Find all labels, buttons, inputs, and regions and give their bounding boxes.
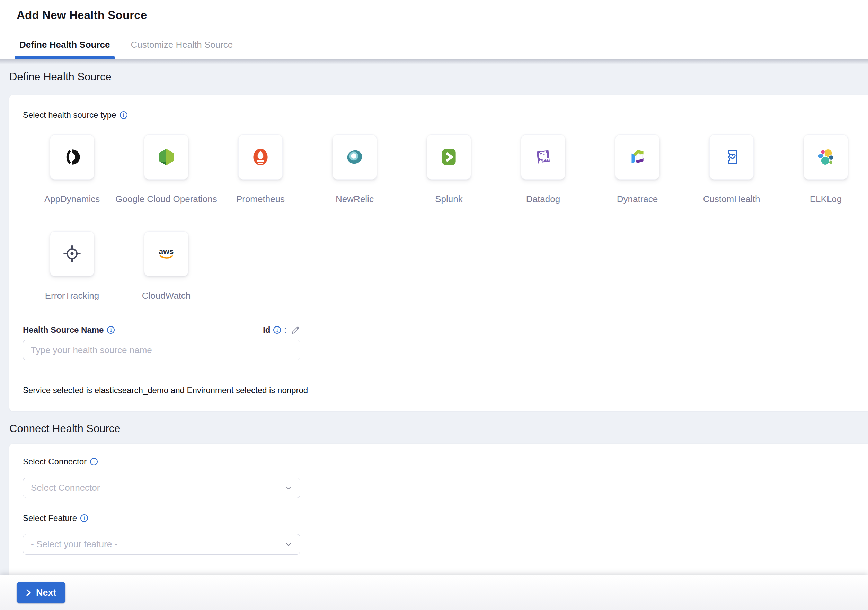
source-label: CustomHealth	[703, 194, 760, 204]
splunk-icon	[438, 146, 460, 168]
source-option-elklog[interactable]: ELKLog	[779, 135, 868, 204]
dynatrace-icon	[626, 146, 648, 168]
next-button[interactable]: Next	[17, 582, 65, 604]
add-health-source-page: Add New Health Source Define Health Sour…	[0, 0, 868, 610]
source-label: Datadog	[526, 194, 560, 204]
source-tile[interactable]	[333, 135, 377, 180]
source-tile[interactable]	[144, 135, 188, 180]
tab-label: Define Health Source	[19, 39, 110, 50]
chevron-down-icon	[285, 484, 292, 492]
tab-label: Customize Health Source	[131, 39, 233, 50]
tab-bar: Define Health Source Customize Health So…	[0, 31, 868, 59]
health-source-name-row: Health Source Name i Id i :	[23, 325, 300, 335]
source-tile[interactable]	[50, 231, 94, 276]
source-option-datadog[interactable]: Datadog	[496, 135, 590, 204]
service-environment-text: Service selected is elasticsearch_demo a…	[23, 385, 854, 395]
source-tile[interactable]	[521, 135, 565, 180]
source-tile[interactable]	[709, 135, 754, 180]
id-label: Id	[263, 325, 270, 335]
customhealth-icon	[721, 146, 742, 168]
info-icon[interactable]: i	[90, 458, 98, 466]
elklog-icon	[815, 146, 837, 168]
health-source-name-input[interactable]	[23, 340, 300, 360]
define-health-source-card: Select health source type i AppDynamics	[9, 95, 868, 411]
datadog-icon	[532, 146, 554, 168]
content-area: Define Health Source Select health sourc…	[0, 59, 868, 610]
info-icon[interactable]: i	[120, 111, 127, 119]
page-title: Add New Health Source	[17, 9, 147, 22]
tab-customize-health-source[interactable]: Customize Health Source	[126, 31, 238, 59]
newrelic-icon	[344, 146, 366, 168]
source-option-errortracking[interactable]: ErrorTracking	[25, 231, 119, 301]
info-icon[interactable]: i	[107, 326, 115, 334]
source-tile[interactable]	[238, 135, 283, 180]
source-tile[interactable]: aws	[144, 231, 188, 276]
id-group: Id i :	[263, 325, 300, 335]
source-label: Prometheus	[236, 194, 285, 204]
errortracking-icon	[61, 243, 83, 264]
feature-select-value: - Select your feature -	[31, 539, 118, 550]
source-label: Dynatrace	[617, 194, 658, 204]
connector-select-value: Select Connector	[31, 483, 100, 493]
source-type-row-1: AppDynamics Google Cloud Operations	[25, 135, 854, 204]
connector-select[interactable]: Select Connector	[23, 478, 300, 498]
info-icon[interactable]: i	[81, 514, 88, 522]
svg-text:aws: aws	[159, 247, 174, 256]
select-connector-label-row: Select Connector i	[23, 457, 854, 467]
source-option-cloudwatch[interactable]: aws CloudWatch	[119, 231, 213, 301]
source-label: Google Cloud Operations	[115, 194, 217, 204]
next-button-label: Next	[36, 587, 56, 598]
select-type-label: Select health source type	[23, 110, 116, 120]
source-label: NewRelic	[336, 194, 374, 204]
source-label: ErrorTracking	[45, 290, 99, 301]
select-feature-label: Select Feature	[23, 513, 77, 523]
source-type-row-2: ErrorTracking aws CloudWatch	[25, 231, 854, 301]
source-option-customhealth[interactable]: CustomHealth	[684, 135, 779, 204]
appdynamics-icon	[61, 146, 83, 168]
select-connector-label: Select Connector	[23, 457, 87, 467]
source-option-dynatrace[interactable]: Dynatrace	[590, 135, 684, 204]
source-label: CloudWatch	[142, 290, 191, 301]
define-section-heading: Define Health Source	[9, 59, 868, 82]
source-label: ELKLog	[810, 194, 842, 204]
source-tile[interactable]	[804, 135, 848, 180]
footer-bar: Next	[0, 575, 868, 610]
feature-select[interactable]: - Select your feature -	[23, 534, 300, 554]
google-cloud-operations-icon	[155, 146, 177, 168]
source-tile[interactable]	[50, 135, 94, 180]
source-tile[interactable]	[615, 135, 659, 180]
source-label: AppDynamics	[44, 194, 100, 204]
info-icon[interactable]: i	[273, 326, 281, 334]
health-source-name-label: Health Source Name	[23, 325, 104, 335]
tab-define-health-source[interactable]: Define Health Source	[14, 31, 115, 59]
source-tile[interactable]	[427, 135, 471, 180]
edit-id-button[interactable]	[291, 326, 300, 335]
connect-section-heading: Connect Health Source	[9, 424, 868, 434]
source-option-appdynamics[interactable]: AppDynamics	[25, 135, 119, 204]
source-option-splunk[interactable]: Splunk	[402, 135, 496, 204]
health-source-name-label-group: Health Source Name i	[23, 325, 115, 335]
source-option-google-cloud-operations[interactable]: Google Cloud Operations	[119, 135, 213, 204]
page-header: Add New Health Source	[0, 0, 868, 31]
pencil-icon	[291, 326, 300, 335]
chevron-right-icon	[26, 589, 32, 596]
source-option-prometheus[interactable]: Prometheus	[213, 135, 308, 204]
prometheus-icon	[250, 146, 271, 168]
select-feature-label-row: Select Feature i	[23, 513, 854, 523]
cloudwatch-icon: aws	[155, 243, 177, 264]
source-option-newrelic[interactable]: NewRelic	[308, 135, 402, 204]
source-label: Splunk	[435, 194, 463, 204]
id-colon: :	[284, 325, 287, 335]
chevron-down-icon	[285, 541, 292, 548]
select-type-label-row: Select health source type i	[23, 110, 854, 120]
